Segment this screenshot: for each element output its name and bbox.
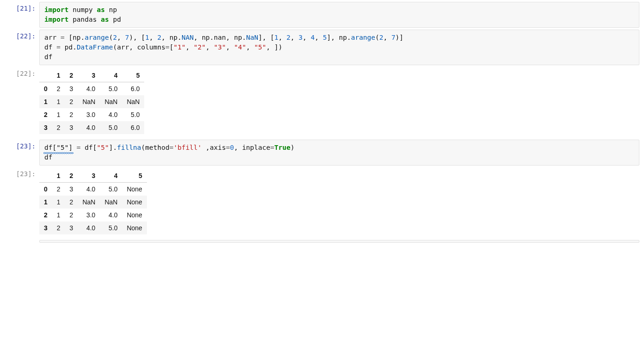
cell-value: NaN: [78, 196, 100, 209]
cell-value: None: [122, 209, 146, 221]
code-input[interactable]: arr = [np.arange(2, 7), [1, 2, np.NAN, n…: [39, 30, 639, 65]
cell-value: 5.0: [100, 82, 122, 96]
code-input[interactable]: [39, 240, 639, 243]
cell-body: import numpy as npimport pandas as pd: [39, 2, 639, 28]
output-cell: [22]:123450234.05.06.0112NaNNaNNaN2123.0…: [5, 67, 639, 138]
cell-value: 4.0: [78, 82, 100, 96]
cell-value: 4.0: [100, 108, 122, 121]
input-prompt: [5, 240, 39, 243]
cell-body: 123450234.05.0None112NaNNaNNone2123.04.0…: [39, 167, 639, 238]
cell-value: 3: [65, 183, 78, 196]
code-input[interactable]: df["5"] = df["5"].fillna(method='bfill' …: [39, 140, 639, 166]
cell-value: NaN: [78, 95, 100, 108]
table-row: 3234.05.06.0: [39, 121, 144, 134]
cell-value: None: [122, 196, 146, 209]
column-header: 2: [65, 69, 78, 82]
column-header: 2: [65, 169, 78, 183]
cell-value: 3.0: [78, 209, 100, 221]
table-row: 3234.05.0None: [39, 221, 147, 234]
column-header: 5: [122, 69, 144, 82]
row-index: 3: [39, 121, 52, 134]
code-input[interactable]: import numpy as npimport pandas as pd: [39, 2, 639, 28]
cell-value: 5.0: [122, 108, 144, 121]
cell-value: None: [122, 183, 146, 196]
table-row: 112NaNNaNNone: [39, 196, 147, 209]
cell-value: 3: [65, 221, 78, 234]
input-prompt: [23]:: [5, 140, 39, 166]
cell-value: 4.0: [78, 221, 100, 234]
column-header: 4: [100, 69, 122, 82]
cell-value: 3.0: [78, 108, 100, 121]
table-row: 0234.05.06.0: [39, 82, 144, 96]
cell-value: 2: [65, 95, 78, 108]
cell-value: 2: [52, 82, 65, 96]
table-row: 0234.05.0None: [39, 183, 147, 196]
input-prompt: [22]:: [5, 30, 39, 65]
cell-value: None: [122, 221, 146, 234]
output-prompt: [22]:: [5, 67, 39, 138]
column-header: 4: [100, 169, 122, 183]
dataframe-output: 123450234.05.06.0112NaNNaNNaN2123.04.05.…: [39, 69, 144, 134]
output-prompt: [23]:: [5, 167, 39, 238]
column-header: 3: [78, 69, 100, 82]
row-index: 2: [39, 209, 52, 221]
column-header: 1: [52, 169, 65, 183]
input-cell: [5, 240, 639, 243]
cell-value: 1: [52, 196, 65, 209]
cell-value: 1: [52, 108, 65, 121]
row-index: 3: [39, 221, 52, 234]
row-index: 2: [39, 108, 52, 121]
cell-value: 5.0: [100, 183, 122, 196]
output-cell: [23]:123450234.05.0None112NaNNaNNone2123…: [5, 167, 639, 238]
table-row: 2123.04.0None: [39, 209, 147, 221]
cell-value: 6.0: [122, 82, 144, 96]
input-prompt: [21]:: [5, 2, 39, 28]
column-header: 3: [78, 169, 100, 183]
column-header: 1: [52, 69, 65, 82]
cell-value: 3: [65, 82, 78, 96]
row-index: 0: [39, 183, 52, 196]
cell-body: 123450234.05.06.0112NaNNaNNaN2123.04.05.…: [39, 67, 639, 138]
table-row: 112NaNNaNNaN: [39, 95, 144, 108]
table-row: 2123.04.05.0: [39, 108, 144, 121]
input-cell: [22]:arr = [np.arange(2, 7), [1, 2, np.N…: [5, 30, 639, 65]
cell-value: 4.0: [78, 183, 100, 196]
row-index: 0: [39, 82, 52, 96]
cell-value: 2: [52, 183, 65, 196]
cell-value: 6.0: [122, 121, 144, 134]
input-cell: [21]:import numpy as npimport pandas as …: [5, 2, 639, 28]
input-cell: [23]:df["5"] = df["5"].fillna(method='bf…: [5, 140, 639, 166]
cell-value: 4.0: [78, 121, 100, 134]
cell-value: 3: [65, 121, 78, 134]
cell-value: 2: [65, 209, 78, 221]
dataframe-output: 123450234.05.0None112NaNNaNNone2123.04.0…: [39, 169, 147, 234]
cell-value: 5.0: [100, 221, 122, 234]
cell-body: arr = [np.arange(2, 7), [1, 2, np.NAN, n…: [39, 30, 639, 65]
cell-value: NaN: [122, 95, 144, 108]
cell-value: 2: [65, 108, 78, 121]
notebook: [21]:import numpy as npimport pandas as …: [5, 2, 639, 243]
cell-value: 2: [52, 221, 65, 234]
cell-value: NaN: [100, 95, 122, 108]
cell-value: NaN: [100, 196, 122, 209]
cell-body: [39, 240, 639, 243]
cell-value: 1: [52, 209, 65, 221]
cell-value: 5.0: [100, 121, 122, 134]
cell-value: 1: [52, 95, 65, 108]
column-header: 5: [122, 169, 146, 183]
row-index: 1: [39, 196, 52, 209]
cell-body: df["5"] = df["5"].fillna(method='bfill' …: [39, 140, 639, 166]
cell-value: 2: [52, 121, 65, 134]
row-index: 1: [39, 95, 52, 108]
cell-value: 2: [65, 196, 78, 209]
cell-value: 4.0: [100, 209, 122, 221]
